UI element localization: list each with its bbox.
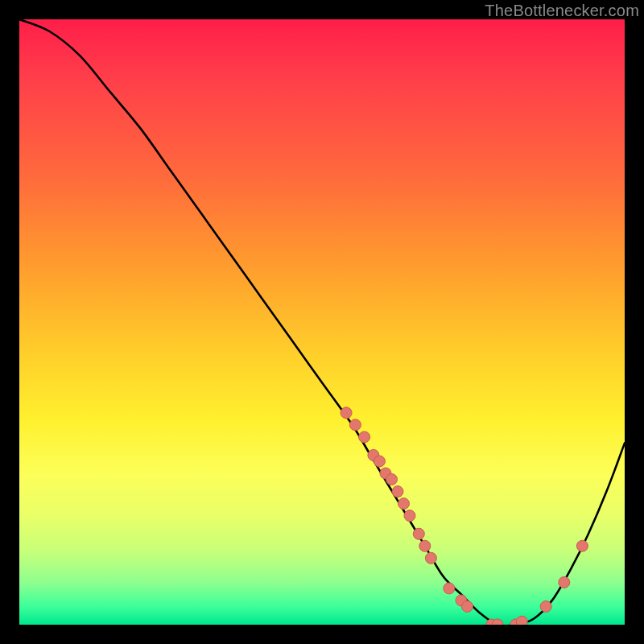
curve-marker	[425, 552, 436, 564]
curve-marker	[576, 540, 588, 551]
curve-marker	[540, 601, 551, 612]
watermark-text: TheBottlenecker.com	[485, 2, 639, 20]
curve-marker	[419, 540, 431, 551]
curve-marker	[516, 616, 527, 625]
curve-marker	[559, 576, 570, 588]
bottleneck-curve	[19, 19, 625, 625]
curve-marker	[386, 474, 398, 485]
curve-marker	[374, 456, 385, 467]
curve-marker	[444, 583, 455, 594]
curve-marker	[404, 510, 415, 522]
curve-marker	[359, 431, 370, 443]
curve-marker	[413, 528, 424, 539]
curve-marker	[462, 601, 473, 612]
curve-marker	[341, 407, 352, 419]
x-axis	[19, 625, 625, 626]
curve-marker	[392, 486, 403, 497]
curve-markers	[341, 407, 588, 625]
chart-stage: TheBottlenecker.com	[0, 0, 644, 644]
curve-marker	[349, 419, 361, 431]
curve-layer	[19, 19, 625, 625]
curve-marker	[398, 498, 410, 510]
